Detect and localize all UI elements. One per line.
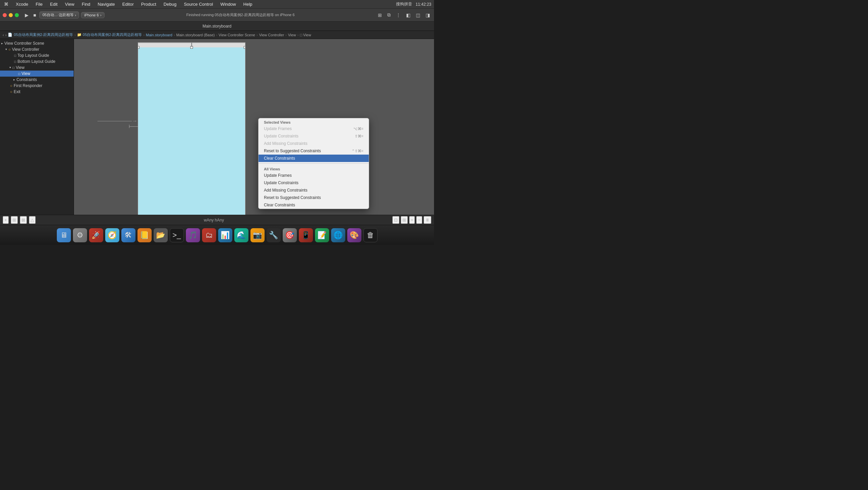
align-btn[interactable]: ⊞ xyxy=(11,216,18,224)
sidebar-item-first-responder[interactable]: ○ First Responder xyxy=(0,83,73,89)
apple-menu[interactable]: ⌘ xyxy=(3,1,10,7)
zoom-out-btn[interactable]: − xyxy=(416,216,422,224)
breadcrumb-item-7[interactable]: View Controller xyxy=(259,33,284,37)
run-button[interactable]: ▶ xyxy=(24,12,30,19)
traffic-lights xyxy=(3,13,19,17)
sidebar-item-exit[interactable]: ○ Exit xyxy=(0,89,73,95)
breadcrumb-item-4[interactable]: Main.storyboard xyxy=(146,33,173,37)
ctx-update-constraints-label: Update Constraints xyxy=(264,134,299,138)
sidebar-item-bottom-layout[interactable]: □ Bottom Layout Guide xyxy=(0,59,73,65)
breadcrumb-item-8[interactable]: View xyxy=(288,33,296,37)
h-label: hAny xyxy=(215,218,224,223)
sidebar-item-scene[interactable]: ▸ View Controller Scene xyxy=(0,40,73,46)
dock-terminal[interactable]: >_ xyxy=(170,228,184,242)
dock-app8[interactable]: 🎯 xyxy=(283,228,297,242)
find-menu[interactable]: Find xyxy=(80,1,91,7)
editor-assistant-button[interactable]: ⧉ xyxy=(386,11,392,19)
product-menu[interactable]: Product xyxy=(140,1,158,7)
ctx-add-missing-all-label: Add Missing Constraints xyxy=(264,188,307,193)
ctx-reset-suggested-all[interactable]: Reset to Suggested Constraints xyxy=(258,194,369,201)
zoom-fit-btn[interactable]: ⊡ xyxy=(392,216,399,224)
breadcrumb-item-9[interactable]: □ View xyxy=(300,33,311,37)
triangle-open-icon: ▸ xyxy=(5,49,8,51)
active-tab[interactable]: Main.storyboard xyxy=(203,24,231,29)
dock-app1[interactable]: 📂 xyxy=(154,228,168,242)
sidebar-item-view-parent[interactable]: ▸ □ View xyxy=(0,65,73,71)
nav-back[interactable]: ‹ xyxy=(3,33,4,37)
source-control-menu[interactable]: Source Control xyxy=(183,1,215,7)
tab-bar: Main.storyboard xyxy=(0,22,434,31)
dock-onenote[interactable]: 📒 xyxy=(137,228,152,242)
ctx-update-frames-selected[interactable]: Update Frames ⌥⌘= xyxy=(258,125,369,132)
breadcrumb: ‹ › 📄 05自动布局案例2-距离四周边距相等 › 📁 05自动布局案例2-距… xyxy=(0,31,434,39)
dock-app4[interactable]: 📊 xyxy=(218,228,232,242)
ctx-update-constraints-all[interactable]: Update Constraints xyxy=(258,179,369,187)
sidebar-item-view-selected[interactable]: □ View xyxy=(0,71,73,77)
close-button[interactable] xyxy=(3,13,7,17)
ctx-update-constraints-shortcut: ⇧⌘= xyxy=(355,134,363,138)
dock-app2[interactable]: 🎵 xyxy=(186,228,200,242)
editor-menu[interactable]: Editor xyxy=(121,1,135,7)
pin-btn[interactable]: ⊠ xyxy=(20,216,27,224)
ctx-clear-constraints-all[interactable]: Clear Constraints xyxy=(258,201,369,209)
xcode-menu[interactable]: Xcode xyxy=(14,1,30,7)
scheme-name: 05自动…·边距相等 xyxy=(42,12,73,18)
device-selector[interactable]: iPhone 6 › xyxy=(81,12,104,18)
add-constraint-btn[interactable]: + xyxy=(3,216,9,224)
debug-toggle[interactable]: ◫ xyxy=(414,12,422,19)
dock-launchpad[interactable]: 🚀 xyxy=(89,228,103,242)
dock-app5[interactable]: 🌊 xyxy=(234,228,248,242)
breadcrumb-item-3[interactable]: 📁 05自动布局案例2-距离四周边距相等 xyxy=(77,32,142,37)
dock-xcode[interactable]: 🛠 xyxy=(121,228,135,242)
dock-app3[interactable]: 🗂 xyxy=(202,228,216,242)
dock-app6[interactable]: 📷 xyxy=(250,228,265,242)
dock-system-prefs[interactable]: ⚙ xyxy=(73,228,87,242)
ctx-clear-constraints-selected[interactable]: Clear Constraints xyxy=(258,155,369,162)
nav-forward[interactable]: › xyxy=(5,33,7,37)
sidebar-item-viewcontroller[interactable]: ▸ ○ View Controller xyxy=(0,46,73,53)
stop-button[interactable]: ■ xyxy=(32,12,37,19)
scheme-selector[interactable]: 05自动…·边距相等 › xyxy=(39,11,79,19)
window-menu[interactable]: Window xyxy=(219,1,237,7)
dock-app11[interactable]: 🌐 xyxy=(331,228,345,242)
pause-btn[interactable]: ⏸ xyxy=(424,216,431,224)
breadcrumb-item-6[interactable]: View Controller Scene xyxy=(218,33,255,37)
file-menu[interactable]: File xyxy=(34,1,44,7)
help-menu[interactable]: Help xyxy=(242,1,254,7)
maximize-button[interactable] xyxy=(15,13,19,17)
ctx-update-constraints-selected[interactable]: Update Constraints ⇧⌘= xyxy=(258,132,369,140)
dock-app7[interactable]: 🔧 xyxy=(267,228,281,242)
ctx-update-frames-all-label: Update Frames xyxy=(264,173,292,178)
breadcrumb-item-2[interactable]: 05自动布局案例2-距离四周边距相等 xyxy=(14,32,73,37)
resolve-btn[interactable]: △ xyxy=(29,216,36,224)
dock-app9[interactable]: 📱 xyxy=(299,228,313,242)
ctx-update-frames-all[interactable]: Update Frames xyxy=(258,172,369,179)
navigate-menu[interactable]: Navigate xyxy=(96,1,116,7)
dock-safari[interactable]: 🧭 xyxy=(105,228,119,242)
minimize-button[interactable] xyxy=(9,13,13,17)
ctx-add-missing-all[interactable]: Add Missing Constraints xyxy=(258,187,369,194)
blue-view[interactable] xyxy=(138,47,245,215)
constraints-triangle: ▸ xyxy=(13,78,15,81)
view-controller-frame xyxy=(138,42,245,215)
dock-app12[interactable]: 🎨 xyxy=(347,228,362,242)
ctx-reset-suggested-selected[interactable]: Reset to Suggested Constraints ⌃⇧⌘= xyxy=(258,147,369,155)
debug-menu[interactable]: Debug xyxy=(162,1,178,7)
dock-finder[interactable]: 🖥 xyxy=(57,228,71,242)
sidebar-item-constraints[interactable]: ▸ Constraints xyxy=(0,77,73,83)
edit-menu[interactable]: Edit xyxy=(49,1,59,7)
zoom-in-btn[interactable]: + xyxy=(409,216,415,224)
sidebar-bottom-layout-label: Bottom Layout Guide xyxy=(18,59,56,64)
navigator-toggle[interactable]: ◧ xyxy=(405,12,412,19)
breadcrumb-item-5[interactable]: Main.storyboard (Base) xyxy=(176,33,215,37)
dock-app10[interactable]: 📝 xyxy=(315,228,329,242)
dock-trash[interactable]: 🗑 xyxy=(363,228,377,242)
utilities-toggle[interactable]: ◨ xyxy=(424,12,431,19)
breadcrumb-item-1[interactable]: 📄 xyxy=(8,33,12,37)
view-menu[interactable]: View xyxy=(64,1,75,7)
editor-standard-button[interactable]: ⊞ xyxy=(376,12,383,19)
sidebar-item-top-layout[interactable]: □ Top Layout Guide xyxy=(0,53,73,59)
grid-btn[interactable]: ⊞ xyxy=(401,216,408,224)
editor-version-button[interactable]: ⋮ xyxy=(395,12,402,19)
ctx-add-missing-selected[interactable]: Add Missing Constraints xyxy=(258,140,369,147)
